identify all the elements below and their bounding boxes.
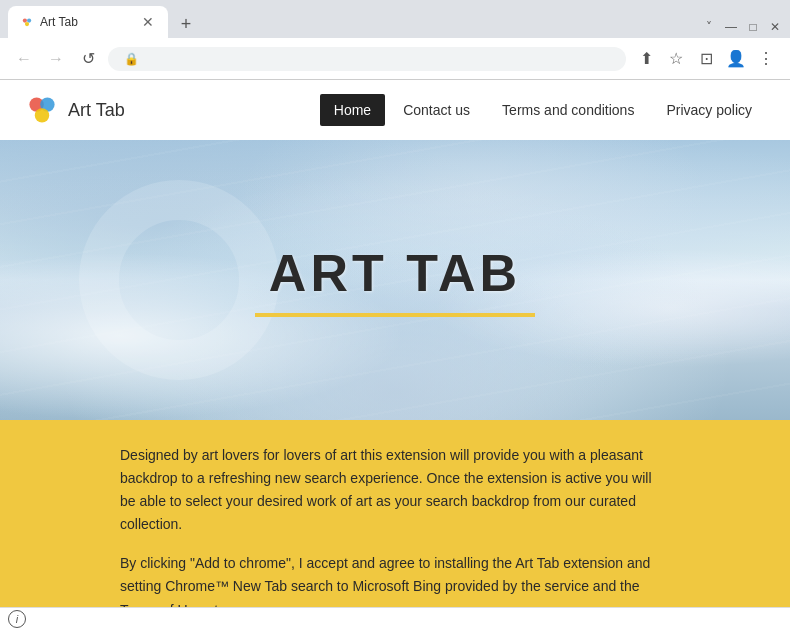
tab-favicon xyxy=(20,15,34,29)
logo-text: Art Tab xyxy=(68,100,125,121)
info-icon[interactable]: i xyxy=(8,610,26,628)
webpage: Art Tab Home Contact us Terms and condit… xyxy=(0,80,790,607)
nav-terms[interactable]: Terms and conditions xyxy=(488,94,648,126)
content-paragraph-1: Designed by art lovers for lovers of art… xyxy=(120,444,670,536)
back-button[interactable]: ← xyxy=(12,47,36,71)
nav-privacy[interactable]: Privacy policy xyxy=(652,94,766,126)
bookmark-icon[interactable]: ☆ xyxy=(664,47,688,71)
hero-watermark xyxy=(79,180,279,380)
menu-icon[interactable]: ⋮ xyxy=(754,47,778,71)
hero-content: ART TAB xyxy=(255,243,535,317)
address-bar: ← → ↺ 🔒 ⬆ ☆ ⊡ 👤 ⋮ xyxy=(0,38,790,80)
nav-home[interactable]: Home xyxy=(320,94,385,126)
logo-icon xyxy=(24,92,60,128)
forward-button[interactable]: → xyxy=(44,47,68,71)
site-nav-links: Home Contact us Terms and conditions Pri… xyxy=(320,94,766,126)
toolbar-icons: ⬆ ☆ ⊡ 👤 ⋮ xyxy=(634,47,778,71)
nav-contact[interactable]: Contact us xyxy=(389,94,484,126)
new-tab-button[interactable]: + xyxy=(172,10,200,38)
share-icon[interactable]: ⬆ xyxy=(634,47,658,71)
close-button[interactable]: ✕ xyxy=(768,20,782,34)
window-controls: ˅ — □ ✕ xyxy=(702,20,782,38)
hero-section: ART TAB xyxy=(0,140,790,420)
tab-title: Art Tab xyxy=(40,15,134,29)
content-section: Designed by art lovers for lovers of art… xyxy=(0,420,790,607)
chevron-down-icon[interactable]: ˅ xyxy=(702,20,716,34)
tab-bar: Art Tab ✕ + ˅ — □ ✕ xyxy=(0,0,790,38)
url-bar[interactable]: 🔒 xyxy=(108,47,626,71)
maximize-button[interactable]: □ xyxy=(746,20,760,34)
svg-point-2 xyxy=(27,19,31,23)
profile-icon[interactable]: 👤 xyxy=(724,47,748,71)
site-logo: Art Tab xyxy=(24,92,125,128)
active-tab[interactable]: Art Tab ✕ xyxy=(8,6,168,38)
svg-point-6 xyxy=(35,108,49,122)
extensions-icon[interactable]: ⊡ xyxy=(694,47,718,71)
content-paragraph-2: By clicking "Add to chrome", I accept an… xyxy=(120,552,670,607)
site-nav: Art Tab Home Contact us Terms and condit… xyxy=(0,80,790,140)
browser-frame: Art Tab ✕ + ˅ — □ ✕ ← → ↺ 🔒 ⬆ ☆ ⊡ 👤 ⋮ xyxy=(0,0,790,629)
minimize-button[interactable]: — xyxy=(724,20,738,34)
svg-point-1 xyxy=(23,19,27,23)
lock-icon: 🔒 xyxy=(124,52,139,66)
svg-point-3 xyxy=(25,22,29,26)
reload-button[interactable]: ↺ xyxy=(76,47,100,71)
hero-title: ART TAB xyxy=(255,243,535,303)
status-bar: i xyxy=(0,607,790,629)
hero-underline xyxy=(255,313,535,317)
tab-close-button[interactable]: ✕ xyxy=(140,14,156,30)
